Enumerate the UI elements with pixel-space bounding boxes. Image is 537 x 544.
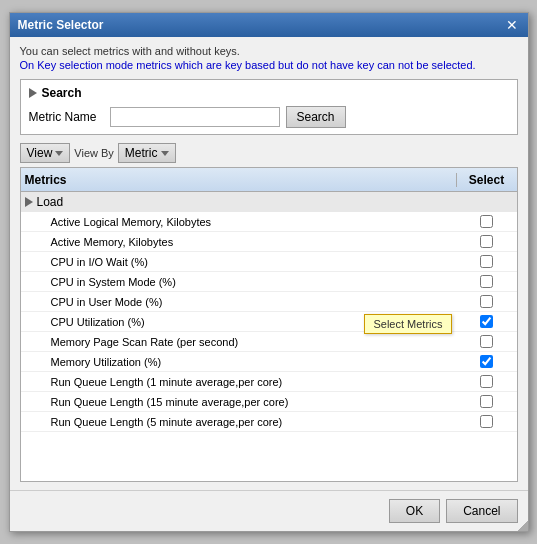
info-line1: You can select metrics with and without … <box>20 45 518 57</box>
metric-dropdown-arrow <box>161 151 169 156</box>
metric-label: Metric <box>125 146 158 160</box>
table-row: CPU in I/O Wait (%) <box>21 252 517 272</box>
metric-checkbox-cell[interactable] <box>457 295 517 308</box>
search-button[interactable]: Search <box>286 106 346 128</box>
view-label: View <box>27 146 53 160</box>
close-button[interactable]: ✕ <box>504 18 520 32</box>
metric-checkbox[interactable] <box>480 335 493 348</box>
view-by-label: View By <box>74 147 114 159</box>
metric-name: Active Logical Memory, Kilobytes <box>21 216 457 228</box>
view-dropdown-arrow <box>55 151 63 156</box>
group-triangle-icon <box>25 197 33 207</box>
metric-checkbox-cell[interactable] <box>457 275 517 288</box>
metric-name: CPU in I/O Wait (%) <box>21 256 457 268</box>
select-metrics-tooltip: Select Metrics <box>364 314 451 334</box>
cancel-button[interactable]: Cancel <box>446 499 517 523</box>
triangle-icon <box>29 88 37 98</box>
metric-checkbox[interactable] <box>480 395 493 408</box>
metric-name: Run Queue Length (1 minute average,per c… <box>21 376 457 388</box>
metric-name: CPU in System Mode (%) <box>21 276 457 288</box>
group-header: Load <box>21 192 517 212</box>
table-body[interactable]: Load Active Logical Memory, Kilobytes Ac… <box>21 192 517 481</box>
table-row: Run Queue Length (15 minute average,per … <box>21 392 517 412</box>
metric-checkbox-cell[interactable] <box>457 235 517 248</box>
metric-checkbox[interactable] <box>480 215 493 228</box>
dialog-footer: OK Cancel <box>10 490 528 531</box>
table-row: Memory Page Scan Rate (per second) <box>21 332 517 352</box>
table-row: CPU Utilization (%) Select Metrics <box>21 312 517 332</box>
table-row: CPU in User Mode (%) <box>21 292 517 312</box>
metric-checkbox[interactable] <box>480 375 493 388</box>
info-line2: On Key selection mode metrics which are … <box>20 59 518 71</box>
metric-checkbox-cell[interactable] <box>457 335 517 348</box>
toolbar: View View By Metric <box>20 143 518 163</box>
table-row: Active Logical Memory, Kilobytes <box>21 212 517 232</box>
dialog-title: Metric Selector <box>18 18 104 32</box>
search-row: Metric Name Search <box>29 106 509 128</box>
metric-checkbox-cell[interactable] <box>457 215 517 228</box>
metric-name: Run Queue Length (5 minute average,per c… <box>21 416 457 428</box>
dialog-titlebar: Metric Selector ✕ <box>10 13 528 37</box>
search-title-label: Search <box>42 86 82 100</box>
metric-checkbox-cell[interactable] <box>457 355 517 368</box>
metric-name: CPU in User Mode (%) <box>21 296 457 308</box>
metric-checkbox[interactable] <box>480 255 493 268</box>
table-row: Run Queue Length (5 minute average,per c… <box>21 412 517 432</box>
metric-name: Memory Page Scan Rate (per second) <box>21 336 457 348</box>
table-header: Metrics Select <box>21 168 517 192</box>
metric-name-input[interactable] <box>110 107 280 127</box>
metric-checkbox[interactable] <box>480 295 493 308</box>
group-label: Load <box>37 195 64 209</box>
table-row: Memory Utilization (%) <box>21 352 517 372</box>
metric-checkbox[interactable] <box>480 315 493 328</box>
search-section: Search Metric Name Search <box>20 79 518 135</box>
metric-checkbox-cell[interactable] <box>457 375 517 388</box>
table-row: Run Queue Length (1 minute average,per c… <box>21 372 517 392</box>
metric-name-label: Metric Name <box>29 110 104 124</box>
metric-checkbox-cell[interactable] <box>457 395 517 408</box>
col-metrics-header: Metrics <box>21 173 457 187</box>
resize-handle[interactable] <box>518 521 528 531</box>
table-row: CPU in System Mode (%) <box>21 272 517 292</box>
metric-selector-dialog: Metric Selector ✕ You can select metrics… <box>9 12 529 532</box>
metric-checkbox-cell[interactable] <box>457 255 517 268</box>
metric-checkbox[interactable] <box>480 235 493 248</box>
dialog-body: You can select metrics with and without … <box>10 37 528 490</box>
view-button[interactable]: View <box>20 143 71 163</box>
metric-checkbox[interactable] <box>480 415 493 428</box>
table-row: Active Memory, Kilobytes <box>21 232 517 252</box>
ok-button[interactable]: OK <box>389 499 440 523</box>
col-select-header: Select <box>457 173 517 187</box>
metric-name: Run Queue Length (15 minute average,per … <box>21 396 457 408</box>
metric-checkbox[interactable] <box>480 355 493 368</box>
metrics-table: Metrics Select Load Active Logical Memor… <box>20 167 518 482</box>
search-section-title: Search <box>29 86 509 100</box>
metric-checkbox[interactable] <box>480 275 493 288</box>
metric-checkbox-cell[interactable] <box>457 415 517 428</box>
metric-checkbox-cell[interactable] <box>457 315 517 328</box>
metric-select-box[interactable]: Metric <box>118 143 176 163</box>
metric-name: Active Memory, Kilobytes <box>21 236 457 248</box>
metric-name: Memory Utilization (%) <box>21 356 457 368</box>
